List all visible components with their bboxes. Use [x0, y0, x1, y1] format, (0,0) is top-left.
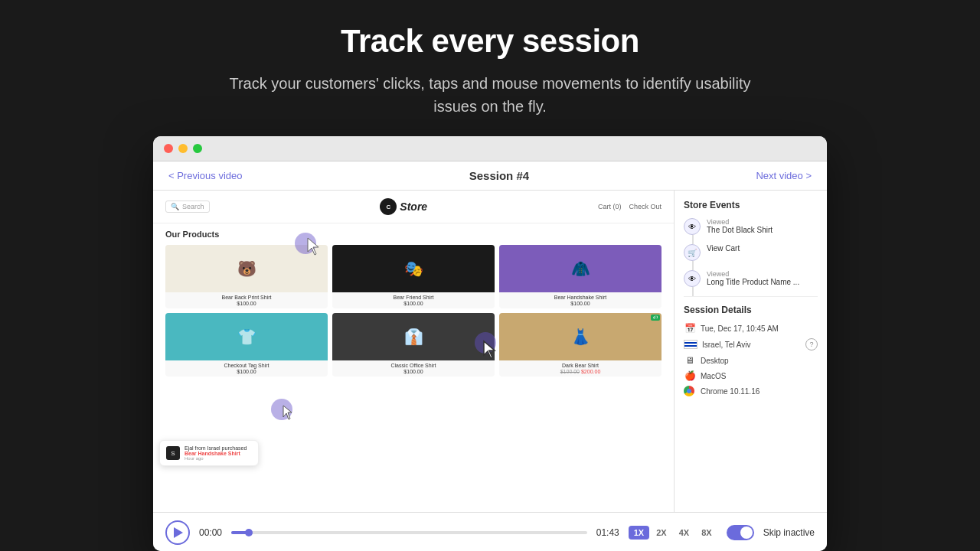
event-label-3: Viewed — [707, 270, 799, 278]
event-icon-2: 🛒 — [684, 244, 701, 261]
speed-8x[interactable]: 8X — [696, 526, 717, 540]
notif-text: Ejal from Israel purchased — [185, 445, 247, 451]
product-name-2: Bear Friend Shirt — [332, 292, 495, 301]
playback-bar: 00:00 01:43 1X 2X 4X 8X Skip inactive — [153, 512, 827, 551]
cursor-3 — [282, 404, 296, 424]
play-button[interactable] — [165, 520, 190, 545]
store-logo-text: Store — [400, 201, 427, 213]
product-card-6[interactable]: 👗 🏷 Dark Bear Shirt $100.00 $200.00 — [499, 313, 662, 377]
prev-video-button[interactable]: < Previous video — [168, 170, 242, 181]
product-image-5: 👔 — [332, 313, 495, 360]
progress-handle[interactable] — [245, 529, 253, 536]
list-item[interactable]: 🐻 Bear Back Print Shirt $100.00 — [165, 245, 328, 308]
cart-label[interactable]: Cart (0) — [598, 203, 622, 210]
search-placeholder: Search — [182, 203, 204, 210]
detail-date-value: Tue, Dec 17, 10:45 AM — [701, 324, 779, 333]
window-dot-yellow[interactable] — [178, 144, 188, 153]
detail-location: Israel, Tel Aviv ? — [684, 338, 818, 350]
speed-2x[interactable]: 2X — [651, 526, 671, 540]
right-panel: Store Events 👁 Viewed The Dot Black Shir… — [674, 191, 827, 512]
click-indicator-3 — [271, 399, 292, 420]
product-price-4: $100.00 — [165, 369, 328, 377]
browser-window: < Previous video Session #4 Next video >… — [153, 136, 827, 551]
notif-time: Hour ago — [185, 456, 247, 461]
product-name-6: Dark Bear Shirt — [499, 360, 662, 369]
detail-date: 📅 Tue, Dec 17, 10:45 AM — [684, 323, 818, 334]
product-card-5[interactable]: 👔 Classic Office Shirt $100.00 — [332, 313, 495, 377]
detail-browser-value: Chrome 10.11.16 — [701, 387, 760, 396]
speed-1x[interactable]: 1X — [629, 526, 649, 540]
event-item-3: 👁 Viewed Long Title Product Name ... — [684, 270, 818, 287]
store-logo-icon: C — [380, 198, 397, 215]
detail-browser: Chrome 10.11.16 — [684, 386, 818, 396]
notif-store-icon: S — [166, 446, 180, 460]
store-products-section: Our Products 🐻 Bear Back Print Shirt $10… — [153, 223, 674, 383]
product-image-4: 👕 — [165, 313, 328, 360]
product-name-3: Bear Handshake Shirt — [499, 292, 662, 301]
product-name-4: Checkout Tag Shirt — [165, 360, 328, 369]
apple-icon: 🍎 — [684, 370, 696, 381]
session-nav: < Previous video Session #4 Next video > — [153, 161, 827, 191]
detail-os: 🍎 MacOS — [684, 370, 818, 381]
product-image-6: 👗 — [499, 313, 662, 360]
speed-4x[interactable]: 4X — [674, 526, 694, 540]
store-preview: 🔍 Search C Store Cart (0) Check Out Our … — [153, 191, 674, 512]
event-value-2: View Cart — [707, 244, 740, 253]
monitor-icon: 🖥 — [684, 355, 696, 366]
event-icon-1: 👁 — [684, 218, 701, 235]
list-item[interactable]: 👗 🏷 Dark Bear Shirt $100.00 $200.00 — [499, 313, 662, 377]
progress-bar[interactable] — [231, 531, 587, 534]
event-content-2: View Cart — [707, 244, 740, 253]
hero-title: Track every session — [341, 23, 639, 60]
event-item-1: 👁 Viewed The Dot Black Shirt — [684, 218, 818, 235]
event-icon-3: 👁 — [684, 270, 701, 287]
notification-popup: S Ejal from Israel purchased Bear Handsh… — [159, 440, 259, 466]
detail-location-value: Israel, Tel Aviv — [702, 341, 751, 349]
store-search[interactable]: 🔍 Search — [165, 201, 210, 213]
product-image-1: 🐻 — [165, 245, 328, 292]
event-content-1: Viewed The Dot Black Shirt — [707, 218, 773, 234]
event-value-3: Long Title Product Name ... — [707, 278, 799, 286]
notif-content: Ejal from Israel purchased Bear Handshak… — [185, 445, 247, 461]
skip-inactive-label: Skip inactive — [763, 527, 815, 538]
product-price-3: $100.00 — [499, 301, 662, 308]
time-current: 00:00 — [199, 527, 222, 538]
list-item[interactable]: 🎭 Bear Friend Shirt $100.00 — [332, 245, 495, 308]
session-title: Session #4 — [469, 169, 529, 182]
help-icon[interactable]: ? — [805, 338, 818, 350]
browser-titlebar — [153, 136, 827, 161]
price-new: $200.00 — [581, 369, 600, 374]
product-card-1[interactable]: 🐻 Bear Back Print Shirt $100.00 — [165, 245, 328, 308]
play-icon — [174, 527, 183, 538]
calendar-icon: 📅 — [684, 323, 696, 334]
checkout-label[interactable]: Check Out — [629, 203, 662, 210]
next-video-button[interactable]: Next video > — [756, 170, 812, 181]
product-name-5: Classic Office Shirt — [332, 360, 495, 369]
details-section-title: Session Details — [684, 305, 818, 315]
product-card-4[interactable]: 👕 Checkout Tag Shirt $100.00 — [165, 313, 328, 377]
hero-subtitle: Track your customers' clicks, taps and m… — [207, 72, 773, 118]
list-item[interactable]: 👕 Checkout Tag Shirt $100.00 — [165, 313, 328, 377]
search-icon: 🔍 — [171, 203, 179, 210]
event-label-1: Viewed — [707, 218, 773, 226]
products-heading: Our Products — [165, 230, 662, 239]
product-card-2[interactable]: 🎭 Bear Friend Shirt $100.00 — [332, 245, 495, 308]
list-item[interactable]: 👔 Classic Office Shirt $100.00 — [332, 313, 495, 377]
product-price-1: $100.00 — [165, 301, 328, 308]
product-image-2: 🎭 — [332, 245, 495, 292]
products-grid: 🐻 Bear Back Print Shirt $100.00 🎭 Bear F… — [165, 245, 662, 377]
store-nav-right: Cart (0) Check Out — [598, 203, 662, 210]
notif-product-name: Bear Handshake Shirt — [185, 451, 247, 456]
product-card-3[interactable]: 🧥 Bear Handshake Shirt $100.00 — [499, 245, 662, 308]
detail-device: 🖥 Desktop — [684, 355, 818, 366]
detail-os-value: MacOS — [701, 372, 726, 380]
toggle-knob — [740, 527, 753, 539]
panel-divider — [684, 296, 818, 297]
window-dot-green[interactable] — [193, 144, 202, 153]
window-dot-red[interactable] — [164, 144, 173, 153]
skip-inactive-toggle[interactable] — [727, 525, 754, 540]
sale-badge: 🏷 — [651, 315, 660, 321]
price-old: $100.00 — [560, 369, 580, 374]
product-name-1: Bear Back Print Shirt — [165, 292, 328, 301]
list-item[interactable]: 🧥 Bear Handshake Shirt $100.00 — [499, 245, 662, 308]
